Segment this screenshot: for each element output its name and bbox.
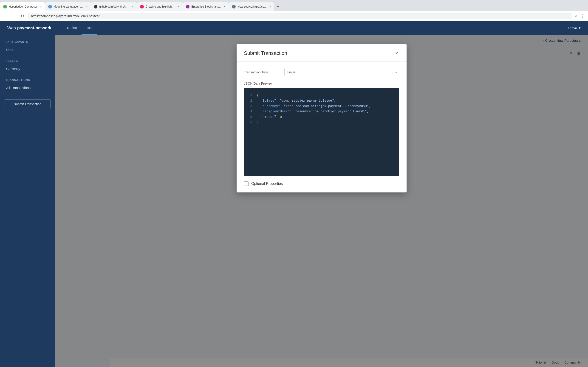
sidebar-item-all-transactions[interactable]: All Transactions [0, 83, 55, 92]
submit-transaction-modal: Submit Transaction × Transaction Type Is… [237, 44, 406, 192]
transaction-type-select[interactable]: Issue Transfer Redeem [284, 68, 399, 76]
line-num: 4 [249, 109, 252, 115]
address-bar: ← → ↻ ☆ ⋮ [0, 11, 588, 21]
tab-label: Creating and highlighti... [146, 5, 175, 8]
admin-chevron[interactable]: ▾ [579, 26, 581, 30]
admin-label: admin [568, 26, 577, 30]
line-content: "currency": "resource:com.netobjex.payme… [257, 104, 395, 109]
sidebar-section-assets: ASSETS Currency [0, 59, 55, 73]
browser-tabs: Hyperledger Composer × Modeling Language… [0, 0, 588, 11]
code-line-empty [249, 125, 395, 171]
tab-label: Hyperledger Composer [9, 5, 37, 8]
tab-label: github.com/servntire/hyperledgerC... [99, 5, 129, 8]
tab-label: view-source:https://se... [237, 5, 267, 8]
line-num: 5 [249, 115, 252, 120]
new-tab-btn[interactable]: + [274, 2, 282, 11]
tab-favicon [94, 5, 97, 8]
line-num: 3 [249, 104, 252, 109]
app-container: Webpayment-network Define Test admin ▾ P… [0, 21, 588, 367]
participants-section-title: PARTICIPANTS [0, 40, 55, 45]
settings-icon[interactable]: ⋮ [581, 14, 585, 19]
tab-github[interactable]: github.com/servntire/hyperledgerC... × [91, 2, 137, 11]
header-nav: Define Test [62, 21, 97, 35]
content-area: + Create New Participant ✎ 🗑 Submit Tran… [55, 35, 588, 367]
submit-transaction-btn[interactable]: Submit Transaction [5, 99, 51, 109]
code-line-2: 2 "$class": "com.netobjex.payment.Issue"… [249, 98, 395, 104]
modal-overlay: Submit Transaction × Transaction Type Is… [55, 35, 588, 367]
optional-properties-row: Optional Properties [244, 181, 399, 186]
app-header: Webpayment-network Define Test admin ▾ [0, 21, 588, 35]
line-num: 6 [249, 120, 252, 125]
brand-name: payment-network [17, 26, 52, 30]
tab-hyperledger[interactable]: Hyperledger Composer × [0, 2, 45, 11]
nav-test-label: Test [86, 26, 93, 30]
sidebar-item-currency[interactable]: Currency [0, 65, 55, 73]
nav-test[interactable]: Test [82, 21, 97, 35]
browser-chrome: Hyperledger Composer × Modeling Language… [0, 0, 588, 21]
line-num: 2 [249, 98, 252, 104]
optional-properties-label: Optional Properties [251, 182, 283, 186]
json-preview-label: JSON Data Preview [244, 82, 399, 85]
code-line-4: 4 "recipientUser": "resource:com.netobje… [249, 109, 395, 115]
tab-close-btn[interactable]: × [178, 5, 180, 8]
nav-define[interactable]: Define [62, 21, 82, 35]
transaction-type-row: Transaction Type Issue Transfer Redeem ▾ [244, 68, 399, 76]
modal-title: Submit Transaction [244, 50, 287, 56]
tab-label: Modeling Language | H... [54, 5, 83, 8]
tab-enterprise[interactable]: Enterprise Blockchain E... × [183, 2, 229, 11]
address-icons: ☆ ⋮ [574, 14, 585, 19]
modal-header: Submit Transaction × [237, 44, 406, 62]
tab-close-btn[interactable]: × [224, 5, 225, 8]
transactions-section-title: TRANSACTIONS [0, 78, 55, 83]
line-content: { [257, 93, 395, 98]
brand-prefix: Web [7, 26, 16, 30]
code-line-6: 6 } [249, 120, 395, 125]
sidebar-section-transactions: TRANSACTIONS All Transactions [0, 78, 55, 92]
assets-section-title: ASSETS [0, 59, 55, 65]
line-content: } [257, 120, 395, 125]
sidebar-item-user[interactable]: User [0, 45, 55, 54]
tab-modeling[interactable]: Modeling Language | H... × [45, 2, 91, 11]
tab-favicon [3, 5, 7, 8]
tab-favicon [232, 5, 236, 8]
sidebar-submit-area: Submit Transaction [0, 99, 55, 109]
tab-close-btn[interactable]: × [269, 5, 271, 8]
line-content: "amount": 0 [257, 115, 395, 120]
modal-close-btn[interactable]: × [394, 50, 399, 57]
tab-close-btn[interactable]: × [86, 5, 88, 8]
line-content: "recipientUser": "resource:com.netobjex.… [257, 109, 395, 115]
app-brand: Webpayment-network [7, 26, 52, 31]
main-layout: PARTICIPANTS User ASSETS Currency TRANSA… [0, 35, 588, 367]
sidebar-section-participants: PARTICIPANTS User [0, 40, 55, 54]
tab-label: Enterprise Blockchain E... [191, 5, 221, 8]
tab-favicon [140, 5, 144, 8]
code-line-1: 1 { [249, 93, 395, 98]
forward-btn[interactable]: → [11, 13, 17, 19]
address-input[interactable] [27, 13, 572, 19]
tab-creating[interactable]: Creating and highlighti... × [137, 2, 183, 11]
tab-close-btn[interactable]: × [40, 5, 42, 8]
tab-viewsource[interactable]: view-source:https://se... × [229, 2, 274, 11]
line-num: 1 [249, 93, 252, 98]
reload-btn[interactable]: ↻ [20, 13, 25, 19]
optional-properties-checkbox[interactable] [244, 181, 249, 186]
sidebar: PARTICIPANTS User ASSETS Currency TRANSA… [0, 35, 55, 367]
tab-favicon [48, 5, 52, 8]
json-code-editor[interactable]: 1 { 2 "$class": "com.netobjex.payment.Is… [244, 88, 399, 176]
line-content: "$class": "com.netobjex.payment.Issue", [257, 98, 395, 104]
back-btn[interactable]: ← [3, 13, 9, 19]
modal-body: Transaction Type Issue Transfer Redeem ▾ [237, 62, 406, 192]
bookmark-icon[interactable]: ☆ [574, 14, 578, 19]
code-line-5: 5 "amount": 0 [249, 115, 395, 120]
header-right: admin ▾ [568, 26, 581, 30]
code-line-3: 3 "currency": "resource:com.netobjex.pay… [249, 104, 395, 109]
tab-favicon [186, 5, 190, 8]
tab-close-btn[interactable]: × [132, 5, 134, 8]
transaction-type-select-wrapper: Issue Transfer Redeem ▾ [284, 68, 399, 76]
transaction-type-label: Transaction Type [244, 70, 281, 74]
